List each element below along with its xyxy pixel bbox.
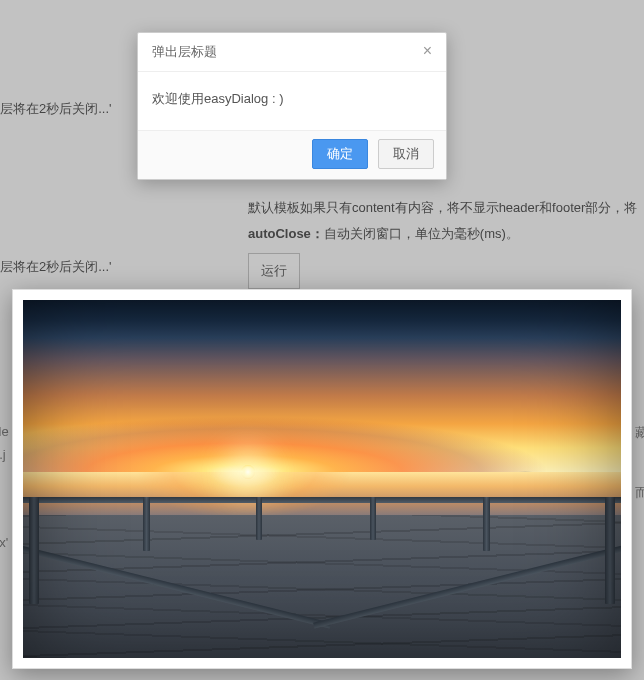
ok-button[interactable]: 确定 [312, 139, 368, 169]
wooden-deck [23, 515, 621, 658]
railing-post [605, 497, 615, 604]
railing-post [143, 497, 150, 551]
dialog-header: 弹出层标题 × [138, 33, 446, 71]
sky-gradient [23, 300, 621, 472]
image-dialog [12, 289, 632, 669]
close-icon[interactable]: × [419, 41, 436, 61]
sunset-photo [23, 300, 621, 658]
railing [23, 497, 621, 503]
dialog-content: 欢迎使用easyDialog : ) [152, 91, 283, 106]
sun-icon [241, 465, 255, 479]
dialog-title: 弹出层标题 [152, 44, 217, 59]
dialog-footer: 确定 取消 [138, 130, 446, 179]
dialog-body: 欢迎使用easyDialog : ) [138, 71, 446, 130]
railing-post [483, 497, 490, 551]
railing-post [370, 497, 376, 540]
railing-post [29, 497, 39, 604]
dialog: 弹出层标题 × 欢迎使用easyDialog : ) 确定 取消 [137, 32, 447, 180]
cancel-button[interactable]: 取消 [378, 139, 434, 169]
railing-post [256, 497, 262, 540]
